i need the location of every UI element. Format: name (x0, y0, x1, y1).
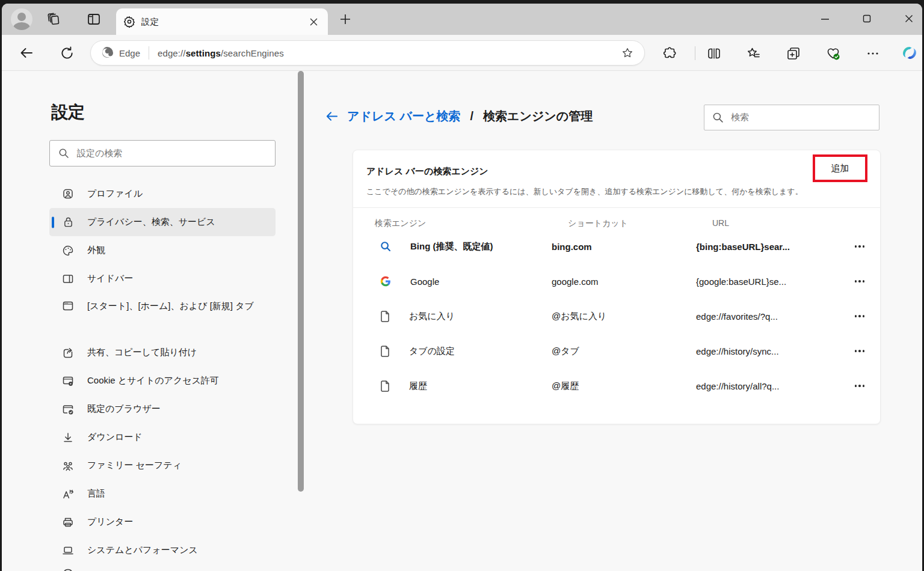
engine-url: {bing:baseURL}sear... (696, 242, 842, 252)
refresh-icon[interactable] (59, 45, 75, 61)
lock-icon (62, 216, 74, 228)
engine-name: Google (410, 276, 439, 287)
tab-strip: 設定 (2, 4, 922, 35)
engine-url: {google:baseURL}se... (696, 276, 842, 287)
row-menu-button[interactable] (851, 239, 868, 254)
sidebar-item-profiles[interactable]: プロファイル (49, 180, 276, 208)
downloads-icon (62, 432, 74, 444)
copilot-icon[interactable] (899, 43, 920, 63)
settings-sidebar: 設定 設定の検索 (2, 71, 297, 571)
sidebar-item-sidebar[interactable]: サイドバー (49, 264, 276, 293)
printer-icon (62, 516, 74, 528)
column-header-shortcut: ショートカット (568, 218, 712, 229)
gear-icon (123, 16, 135, 28)
workspaces-icon[interactable] (46, 11, 62, 27)
collections-icon[interactable] (786, 46, 801, 61)
engine-name: お気に入り (409, 311, 455, 322)
sidebar-item-family-safety[interactable]: ファミリー セーフティ (49, 451, 276, 480)
minimize-icon[interactable] (820, 14, 830, 23)
favorite-star-icon[interactable] (620, 46, 635, 60)
favorites-list-icon[interactable] (746, 46, 762, 61)
maximize-icon[interactable] (862, 14, 872, 23)
row-menu-button[interactable] (851, 379, 868, 393)
sidebar-search-input[interactable]: 設定の検索 (49, 140, 276, 166)
sidebar-item-default-browser[interactable]: 既定のブラウザー (49, 395, 276, 423)
engine-shortcut: @履歴 (552, 380, 696, 392)
engine-shortcut: @タブ (552, 346, 696, 357)
tab-close-icon[interactable] (306, 14, 321, 29)
cookies-icon (62, 375, 74, 387)
sidebar-item-printers[interactable]: プリンター (49, 508, 276, 536)
url-text[interactable]: edge://settings/searchEngines (158, 48, 284, 58)
avatar-body (13, 22, 30, 30)
more-icon[interactable] (865, 46, 881, 61)
sidebar-item-privacy[interactable]: プライバシー、検索、サービス (49, 208, 276, 236)
sidebar-search-placeholder: 設定の検索 (77, 148, 122, 159)
settings-page: 設定 設定の検索 (2, 71, 922, 571)
add-search-engine-button[interactable]: 追加 (831, 163, 849, 174)
engine-shortcut: @お気に入り (552, 311, 696, 322)
appearance-icon (62, 245, 74, 257)
sidebar-item-start-home-newtab[interactable]: [スタート]、[ホーム]、および [新規] タブ (49, 293, 276, 338)
sidebar-item-appearance[interactable]: 外観 (49, 236, 276, 264)
toolbar-separator (695, 46, 695, 60)
reset-icon (62, 564, 74, 571)
sidebar-item-share-copy-paste[interactable]: 共有、コピーして貼り付け (49, 338, 276, 367)
new-tab-icon[interactable] (336, 10, 354, 28)
share-icon (62, 347, 74, 359)
bing-icon (380, 241, 391, 252)
tab-actions-icon[interactable] (86, 11, 102, 27)
search-icon (712, 112, 724, 123)
sidebar-nav: プロファイル プライバシー、検索、サービス (49, 180, 276, 571)
tab-title: 設定 (141, 16, 159, 28)
google-icon (380, 276, 391, 287)
sidebar-item-system-performance[interactable]: システムとパフォーマンス (49, 536, 276, 564)
sidebar-item-languages[interactable]: 言語 (49, 480, 276, 508)
column-header-url: URL (712, 218, 842, 229)
window-controls (820, 5, 914, 32)
page-icon (380, 346, 390, 357)
engine-name: 履歴 (409, 380, 427, 392)
browser-window: 設定 (2, 4, 922, 571)
content-search-input[interactable]: 検索 (704, 105, 879, 130)
avatar-head (17, 13, 26, 21)
row-menu-button[interactable] (851, 274, 868, 289)
breadcrumb-back-icon[interactable] (325, 109, 339, 123)
content-search-placeholder: 検索 (731, 112, 749, 123)
extensions-icon[interactable] (662, 46, 678, 61)
row-menu-button[interactable] (851, 309, 868, 323)
search-engines-content: アドレス バーと検索 / 検索エンジンの管理 検索 アドレス バーの検索エンジン… (305, 71, 922, 571)
page-title: 設定 (51, 101, 297, 124)
column-header-engine: 検索エンジン (375, 218, 568, 229)
sidebar-item-cookies-permissions[interactable]: Cookie とサイトのアクセス許可 (49, 367, 276, 395)
row-menu-button[interactable] (851, 344, 868, 358)
table-row: タブの設定 @タブ edge://history/sync... (353, 334, 880, 368)
breadcrumb-parent-link[interactable]: アドレス バーと検索 (347, 108, 460, 124)
search-engines-card: アドレス バーの検索エンジン 追加 ここでその他の検索エンジンを表示するには、新… (353, 150, 881, 424)
engine-url: edge://favorites/?q... (696, 311, 842, 322)
table-header: 検索エンジン ショートカット URL (353, 208, 880, 229)
address-separator (149, 46, 149, 60)
navigation-toolbar: Edge edge://settings/searchEngines (2, 35, 922, 71)
profile-avatar[interactable] (11, 8, 32, 30)
scrollbar-thumb[interactable] (298, 71, 304, 492)
table-row: Google google.com {google:baseURL}se... (353, 264, 880, 299)
card-title: アドレス バーの検索エンジン (366, 166, 866, 177)
back-icon[interactable] (19, 45, 34, 61)
split-screen-icon[interactable] (706, 46, 722, 61)
page-scrollbar[interactable] (297, 71, 305, 571)
sidebar-item-downloads[interactable]: ダウンロード (49, 423, 276, 451)
sidebar-item-partial[interactable] (49, 564, 276, 571)
browser-essentials-icon[interactable] (825, 46, 841, 61)
sidebar-icon (62, 273, 74, 285)
table-row: 履歴 @履歴 edge://history/all?q... (353, 368, 880, 403)
languages-icon (62, 488, 74, 500)
search-icon (58, 148, 69, 159)
breadcrumb-separator: / (470, 109, 473, 123)
close-icon[interactable] (904, 14, 914, 23)
table-row: お気に入り @お気に入り edge://favorites/?q... (353, 299, 880, 334)
tab-settings[interactable]: 設定 (116, 8, 328, 35)
family-icon (62, 460, 74, 472)
page-icon (380, 311, 390, 322)
address-bar[interactable]: Edge edge://settings/searchEngines (90, 40, 645, 66)
